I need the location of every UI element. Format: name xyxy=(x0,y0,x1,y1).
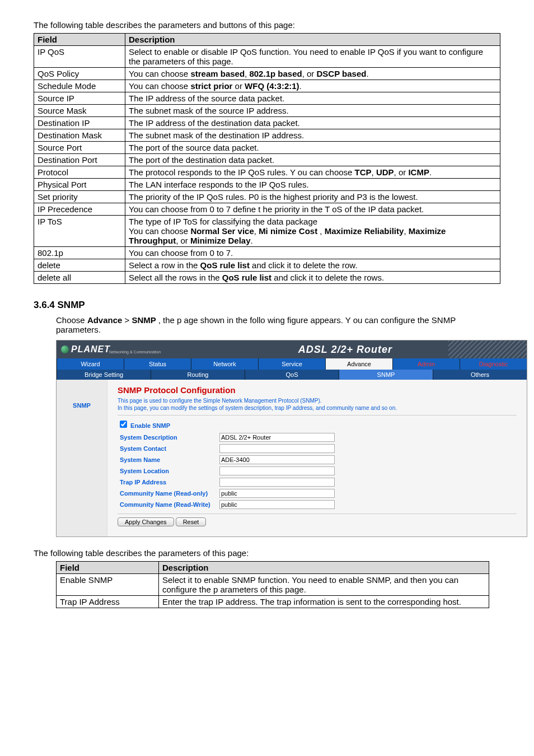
tab-admin[interactable]: Admin xyxy=(392,358,460,370)
logo: PLANET Networking & Communication xyxy=(57,343,166,356)
subtab-routing[interactable]: Routing xyxy=(151,370,245,380)
intro-text-1: The following table describes the parame… xyxy=(34,20,500,30)
tab-network[interactable]: Network xyxy=(191,358,258,370)
side-label: SNMP xyxy=(57,380,107,536)
th-field-2: Field xyxy=(57,562,159,574)
system-name-field[interactable] xyxy=(219,455,335,464)
th-desc: Description xyxy=(125,34,500,46)
enable-snmp-label: Enable SNMP xyxy=(130,422,170,429)
tab-service[interactable]: Service xyxy=(258,358,325,370)
config-desc: This page is used to configure the Simpl… xyxy=(118,397,517,412)
community-ro-field[interactable] xyxy=(219,489,335,498)
subtab-bridge[interactable]: Bridge Setting xyxy=(57,370,151,380)
tab-status[interactable]: Status xyxy=(124,358,191,370)
logo-icon xyxy=(61,346,69,353)
sub-tabs: Bridge Setting Routing QoS SNMP Others xyxy=(57,370,527,380)
section-heading: 3.6.4 SNMP xyxy=(34,300,500,311)
subtab-qos[interactable]: QoS xyxy=(245,370,339,380)
th-desc-2: Description xyxy=(159,562,489,574)
th-field: Field xyxy=(34,34,125,46)
config-title: SNMP Protocol Configuration xyxy=(118,385,517,395)
snmp-table: Field Description Enable SNMPSelect it t… xyxy=(56,561,489,608)
reset-button[interactable]: Reset xyxy=(176,517,207,526)
enable-snmp-checkbox[interactable] xyxy=(120,421,127,428)
subtab-snmp[interactable]: SNMP xyxy=(339,370,433,380)
router-screenshot: PLANET Networking & Communication ADSL 2… xyxy=(56,340,527,537)
intro-text-2: The following table describes the parame… xyxy=(34,548,500,558)
header-hatch xyxy=(448,340,527,358)
subtab-others[interactable]: Others xyxy=(433,370,527,380)
tab-advance[interactable]: Advance xyxy=(325,358,392,370)
community-rw-field[interactable] xyxy=(219,500,335,509)
system-description-field[interactable] xyxy=(219,433,335,442)
tab-wizard[interactable]: Wizard xyxy=(57,358,124,370)
main-tabs: Wizard Status Network Service Advance Ad… xyxy=(57,358,527,370)
system-contact-field[interactable] xyxy=(219,444,335,453)
system-location-field[interactable] xyxy=(219,466,335,475)
tab-diagnostic[interactable]: Diagnostic xyxy=(460,358,527,370)
apply-button[interactable]: Apply Changes xyxy=(118,517,174,526)
qos-table: Field Description IP QoSSelect to enable… xyxy=(34,33,500,284)
trap-ip-field[interactable] xyxy=(219,478,335,487)
section-paragraph: Choose Advance > SNMP , the p age shown … xyxy=(56,315,500,334)
